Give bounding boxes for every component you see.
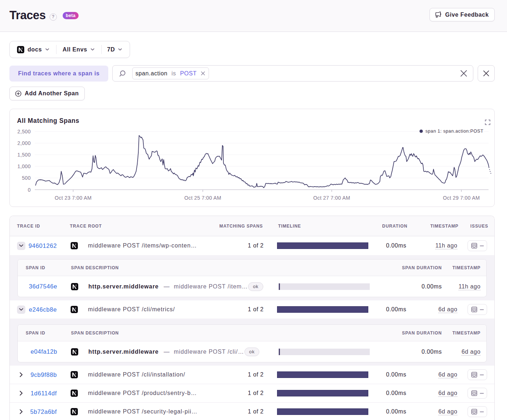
svg-text:500: 500 xyxy=(22,175,31,181)
svg-text:Oct 27 7:00 AM: Oct 27 7:00 AM xyxy=(313,195,350,201)
svg-text:1,500: 1,500 xyxy=(17,152,31,158)
svg-text:Oct 25 7:00 AM: Oct 25 7:00 AM xyxy=(184,195,221,201)
svg-text:2,000: 2,000 xyxy=(17,140,31,146)
svg-text:Oct 23 7:00 AM: Oct 23 7:00 AM xyxy=(55,195,92,201)
svg-text:1,000: 1,000 xyxy=(17,163,31,169)
svg-text:Oct 29 7:00 AM: Oct 29 7:00 AM xyxy=(443,195,480,201)
svg-text:0: 0 xyxy=(28,187,31,193)
svg-text:2,500: 2,500 xyxy=(17,129,31,134)
